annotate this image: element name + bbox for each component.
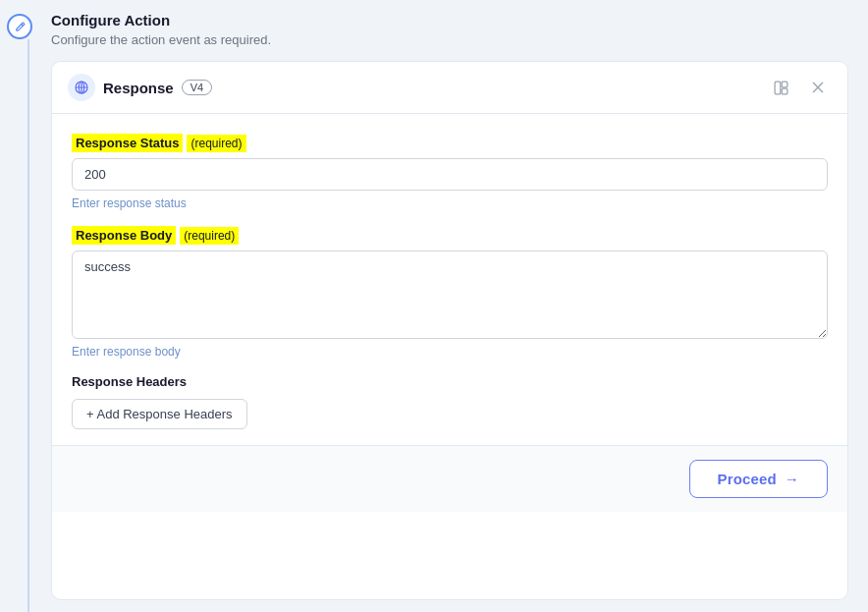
section-subtitle: Configure the action event as required. [51, 32, 848, 47]
left-indicator [0, 0, 39, 612]
card-header-actions [767, 74, 832, 101]
add-response-headers-button[interactable]: + Add Response Headers [72, 399, 247, 429]
response-body-group: Response Body (required) success Enter r… [72, 226, 828, 359]
card-body: Response Status (required) Enter respons… [52, 114, 847, 445]
response-status-label: Response Status (required) [72, 134, 828, 152]
proceed-button[interactable]: Proceed → [689, 460, 828, 498]
response-headers-title: Response Headers [72, 374, 828, 389]
proceed-label: Proceed [718, 471, 777, 487]
close-icon [810, 80, 826, 95]
card-title: Response [103, 80, 174, 96]
response-status-group: Response Status (required) Enter respons… [72, 134, 828, 210]
svg-rect-5 [782, 82, 787, 87]
main-content: Configure Action Configure the action ev… [39, 0, 868, 612]
pencil-icon [14, 21, 27, 33]
proceed-arrow: → [785, 471, 799, 487]
status-label-text: Response Status [72, 134, 183, 152]
body-required-text: (required) [180, 227, 239, 245]
svg-rect-6 [782, 88, 787, 94]
globe-icon [74, 80, 89, 95]
action-card: Response V4 [51, 61, 848, 600]
body-hint: Enter response body [72, 345, 828, 359]
layout-icon [773, 80, 789, 96]
vertical-line [27, 39, 29, 612]
body-label-text: Response Body [72, 226, 176, 245]
globe-icon-wrap [68, 74, 95, 101]
status-hint: Enter response status [72, 196, 828, 210]
edit-circle-icon [7, 14, 32, 39]
version-badge: V4 [182, 80, 212, 95]
svg-rect-4 [775, 82, 781, 94]
page-wrapper: Configure Action Configure the action ev… [0, 0, 868, 612]
response-headers-section: Response Headers + Add Response Headers [72, 374, 828, 429]
status-required-text: (required) [187, 135, 245, 152]
card-footer: Proceed → [52, 445, 847, 512]
response-status-input[interactable] [72, 158, 828, 191]
response-body-label: Response Body (required) [72, 226, 828, 245]
copy-layout-button[interactable] [767, 74, 794, 101]
close-button[interactable] [804, 74, 832, 101]
card-header: Response V4 [52, 62, 847, 114]
response-body-textarea[interactable]: success [72, 250, 828, 339]
section-title: Configure Action [51, 12, 848, 28]
